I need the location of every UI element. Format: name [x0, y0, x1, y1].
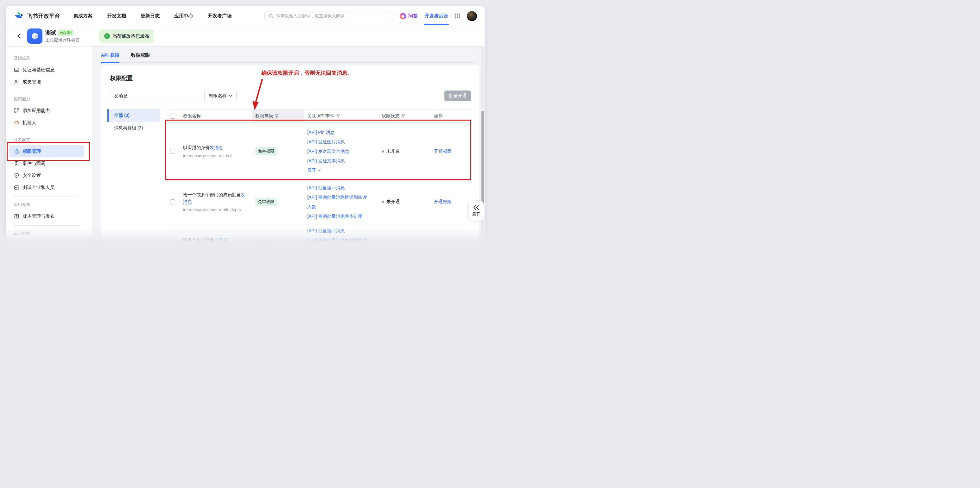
level-badge: [255, 241, 273, 244]
api-link[interactable]: [API] 批量撤回消息: [307, 183, 369, 192]
sidebar-item-members[interactable]: 成员管理: [9, 76, 84, 88]
browser-viewport: 飞书开放平台 集成方案 开发文档 更新日志 应用中心 开发者广场 你可以输入关键…: [6, 6, 485, 244]
divider: [14, 225, 80, 226]
header-permission-level[interactable]: 权限等级: [252, 109, 304, 122]
category-message-group[interactable]: 消息与群组 (3): [107, 122, 160, 135]
grid-add-icon: [14, 108, 19, 113]
shield-check-icon: [14, 173, 19, 178]
status-text: 未开通: [387, 149, 400, 154]
api-link[interactable]: [API] 批量撤回消息: [307, 226, 369, 236]
back-button[interactable]: [14, 32, 23, 40]
chevron-down-icon: [318, 169, 321, 171]
brand[interactable]: 飞书开放平台: [14, 12, 60, 21]
sidebar-section-basic: 基础信息: [9, 55, 84, 61]
global-search-input[interactable]: 你可以输入关键词，或直接输入问题: [264, 11, 393, 21]
filter-funnel-icon[interactable]: [336, 114, 340, 118]
apps-grid-icon[interactable]: [455, 13, 460, 19]
highlighted-term[interactable]: 发消息: [214, 238, 228, 242]
scrollbar-thumb[interactable]: [482, 111, 484, 209]
qa-link[interactable]: 问答: [400, 13, 418, 19]
card-title: 权限配置: [110, 74, 471, 82]
category-list: 全部 (3) 消息与群组 (3): [107, 109, 160, 244]
divider: [14, 91, 80, 91]
search-icon: [269, 14, 274, 19]
enable-permission-link[interactable]: 开通权限: [434, 149, 452, 154]
nav-item-docs[interactable]: 开发文档: [107, 13, 126, 19]
person-add-icon: [14, 79, 19, 84]
sidebar: 基础信息 凭证与基础信息 成员管理 应用能力: [6, 46, 92, 244]
expand-apis-link[interactable]: 展开: [307, 165, 369, 175]
filter-funnel-icon[interactable]: [275, 114, 279, 118]
permission-config-card: 权限配置 发消息 权限名称 批量开通 全部 (3): [101, 65, 479, 244]
double-chevron-left-icon: [473, 205, 479, 210]
permission-tabs: API 权限 数据权限: [101, 51, 476, 63]
tab-api-permissions[interactable]: API 权限: [101, 51, 119, 62]
permission-table: 权限名称 权限等级 关联 API/事件: [166, 109, 471, 244]
filter-type-select[interactable]: 权限名称: [205, 91, 236, 101]
select-all-checkbox[interactable]: [170, 114, 175, 119]
api-link[interactable]: [API] 查询批量消息整体进度: [307, 211, 369, 221]
api-link[interactable]: [API] 发送文本消息: [307, 156, 369, 165]
expand-panel-button[interactable]: 展开: [469, 201, 484, 220]
api-link[interactable]: [API] 查询批量消息推送和阅读人数: [307, 192, 369, 211]
filter-funnel-icon[interactable]: [401, 114, 405, 118]
api-link[interactable]: [API] Pin 消息: [307, 128, 369, 137]
status-dot-icon: [382, 201, 384, 203]
sidebar-item-permissions[interactable]: 权限管理: [9, 145, 84, 157]
category-all[interactable]: 全部 (3): [107, 109, 160, 122]
app-icon: [27, 29, 43, 44]
tab-data-permissions[interactable]: 数据权限: [131, 51, 150, 62]
permission-code: im:message:send_as_bot: [183, 154, 247, 158]
header-permission-name: 权限名称: [183, 109, 252, 122]
bulk-enable-button[interactable]: 批量开通: [444, 90, 471, 101]
sidebar-item-events[interactable]: 事件与回调: [9, 157, 84, 169]
nav-item-app-center[interactable]: 应用中心: [174, 13, 193, 19]
nav-item-dev-square[interactable]: 开发者广场: [208, 13, 232, 19]
level-badge: 免审权限: [255, 147, 277, 155]
api-link[interactable]: [API] 发送富文本消息: [307, 147, 369, 156]
status-dot-icon: [382, 151, 384, 152]
bookmark-add-icon: [14, 160, 19, 166]
code-icon: [14, 184, 19, 190]
sidebar-item-bot[interactable]: 机器人: [9, 116, 84, 128]
lock-icon: [14, 149, 19, 154]
sidebar-item-credentials[interactable]: 凭证与基础信息: [9, 63, 84, 76]
header-related-api[interactable]: 关联 API/事件: [304, 109, 379, 122]
status-badge: 已启用: [58, 29, 73, 36]
permission-search-control: 发消息 权限名称: [110, 91, 237, 101]
developer-console-tab[interactable]: 开发者后台: [425, 7, 448, 25]
header-permission-status[interactable]: 权限状态: [379, 109, 431, 122]
main-content: API 权限 数据权限 权限配置 发消息 权限名称 批量开通: [92, 46, 485, 244]
app-subtitle: 正式应用@环界云: [45, 37, 80, 43]
sidebar-item-security[interactable]: 安全设置: [9, 169, 84, 181]
highlighted-term[interactable]: 发消息: [210, 145, 223, 150]
status-text: 未开通: [387, 199, 400, 205]
sidebar-section-release: 应用发布: [9, 202, 84, 208]
nav-item-solutions[interactable]: 集成方案: [73, 13, 92, 19]
table-row: 以应用的身份发消息 im:message:send_as_bot 免审权限 [A…: [166, 123, 471, 180]
row-checkbox[interactable]: [170, 200, 175, 204]
table-header: 权限名称 权限等级 关联 API/事件: [166, 109, 471, 123]
app-title: 测试: [45, 29, 56, 36]
brand-name: 飞书开放平台: [27, 12, 60, 20]
sidebar-item-test-org[interactable]: 测试企业和人员: [9, 181, 84, 193]
top-navbar: 飞书开放平台 集成方案 开发文档 更新日志 应用中心 开发者广场 你可以输入关键…: [6, 6, 485, 26]
row-checkbox[interactable]: [170, 149, 175, 154]
divider: [14, 196, 80, 197]
sidebar-item-add-capability[interactable]: 添加应用能力: [9, 105, 84, 116]
api-link[interactable]: [API] 发送图片消息: [307, 137, 369, 147]
sidebar-item-version-release[interactable]: 版本管理与发布: [9, 210, 84, 222]
check-circle-icon: ✓: [104, 33, 110, 39]
search-placeholder: 你可以输入关键词，或直接输入问题: [276, 13, 345, 19]
enable-permission-link[interactable]: 开通权限: [434, 199, 452, 204]
published-status-pill: ✓ 当前修改均已发布: [99, 29, 154, 43]
chevron-down-icon: [229, 95, 232, 97]
feishu-logo-icon: [14, 12, 24, 21]
user-avatar[interactable]: [467, 11, 477, 21]
permission-code: im:message:send_multi_depts: [183, 207, 247, 212]
api-link[interactable]: [API] 查询批量消息推送和阅读: [307, 236, 369, 244]
permission-search-input[interactable]: 发消息: [110, 91, 204, 101]
table-row: 给一个或多个部门的成员批量发消息 im:message:send_multi_d…: [166, 180, 471, 224]
robot-icon: [14, 120, 19, 125]
nav-item-changelog[interactable]: 更新日志: [141, 13, 160, 19]
